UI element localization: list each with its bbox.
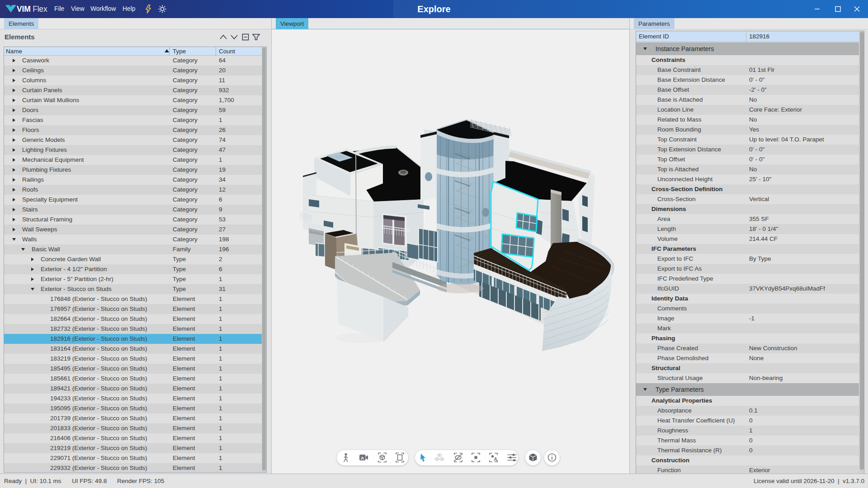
svg-text:A: A [361, 455, 364, 460]
svg-text:A: A [494, 457, 497, 462]
